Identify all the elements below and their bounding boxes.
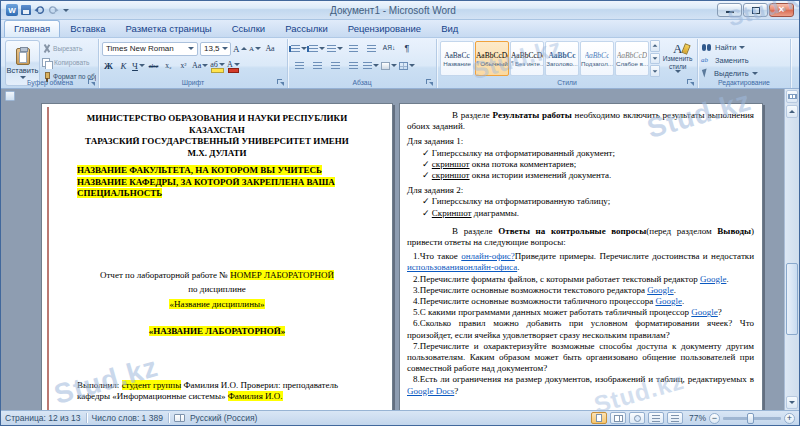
view-draft-button[interactable] bbox=[667, 412, 683, 424]
style-item-Слабое в...[interactable]: АаВbСсDСлабое в... bbox=[615, 41, 649, 76]
tab-Разметка страницы[interactable]: Разметка страницы bbox=[115, 20, 221, 37]
language-indicator[interactable]: Русский (Россия) bbox=[190, 413, 257, 423]
show-marks-button[interactable]: ¶ bbox=[399, 42, 415, 56]
close-button[interactable]: × bbox=[769, 3, 794, 17]
quick-access-toolbar bbox=[1, 4, 69, 16]
vertical-scrollbar[interactable] bbox=[784, 89, 799, 410]
scrollbar-thumb[interactable] bbox=[786, 263, 798, 335]
maximize-button[interactable] bbox=[743, 3, 768, 17]
borders-button[interactable] bbox=[399, 59, 415, 73]
subscript-button[interactable]: x₂ bbox=[162, 59, 175, 73]
dialog-launcher-icon[interactable] bbox=[426, 79, 434, 87]
italic-button[interactable]: К bbox=[117, 59, 130, 73]
shading-icon bbox=[381, 62, 390, 70]
dialog-launcher-icon[interactable] bbox=[277, 79, 285, 87]
style-item-Обычный[interactable]: АаВbСсDс¶Обычный bbox=[475, 41, 509, 76]
scrollbar-track[interactable] bbox=[786, 119, 798, 395]
tab-Рецензирование[interactable]: Рецензирование bbox=[338, 20, 431, 37]
style-item-Название[interactable]: АаВвСсНазвание bbox=[440, 41, 474, 76]
style-item-Подзагол...[interactable]: АаВbСсПодзагол... bbox=[580, 41, 614, 76]
sort-button[interactable]: АЯ↓ bbox=[381, 42, 397, 56]
grow-font-button[interactable]: А bbox=[233, 42, 247, 56]
minimize-button[interactable] bbox=[717, 3, 742, 17]
redo-icon[interactable] bbox=[48, 5, 59, 15]
bullets-button[interactable] bbox=[291, 42, 307, 56]
ruler-icon bbox=[788, 94, 797, 99]
gallery-more-button[interactable] bbox=[650, 65, 660, 77]
zoom-slider-thumb[interactable] bbox=[747, 413, 754, 424]
decrease-indent-button[interactable] bbox=[345, 42, 361, 56]
chevron-down-icon bbox=[234, 63, 240, 66]
zoom-in-button[interactable]: + bbox=[784, 413, 795, 424]
scroll-down-button[interactable] bbox=[786, 396, 798, 409]
line-spacing-button[interactable] bbox=[363, 59, 379, 73]
word-logo-icon[interactable] bbox=[6, 4, 18, 16]
style-item-Без инте...[interactable]: АаВbСсDс¶Без инте... bbox=[510, 41, 544, 76]
justify-button[interactable] bbox=[345, 59, 361, 73]
undo-icon[interactable] bbox=[34, 5, 45, 15]
bold-button[interactable]: Ж bbox=[102, 59, 115, 73]
dialog-launcher-icon[interactable] bbox=[687, 79, 695, 87]
tab-Рассылки[interactable]: Рассылки bbox=[275, 20, 338, 37]
doc-paragraph: 1.Что такое онлайн-офис?Приведите пример… bbox=[407, 251, 754, 273]
increase-indent-button[interactable] bbox=[363, 42, 379, 56]
chevron-up-icon bbox=[241, 47, 247, 50]
copy-button[interactable]: Копировать bbox=[42, 56, 96, 69]
text-highlight-button[interactable]: аб bbox=[210, 59, 225, 73]
align-left-button[interactable] bbox=[291, 59, 307, 73]
chevron-down-icon bbox=[319, 47, 325, 50]
view-web-layout-button[interactable] bbox=[629, 412, 645, 424]
page-left[interactable]: МИНИСТЕРСТВО ОБРАЗОВАНИЯ И НАУКИ РЕСПУБЛ… bbox=[41, 103, 393, 410]
tab-Главная[interactable]: Главная bbox=[4, 20, 60, 37]
numbering-button[interactable] bbox=[309, 42, 325, 56]
view-print-layout-button[interactable] bbox=[591, 412, 607, 424]
align-left-icon bbox=[295, 62, 304, 70]
zoom-out-button[interactable]: − bbox=[709, 413, 720, 424]
zoom-slider[interactable] bbox=[723, 417, 781, 420]
dialog-launcher-icon[interactable] bbox=[88, 79, 96, 87]
zoom-level[interactable]: 77% bbox=[686, 413, 706, 423]
replace-button[interactable]: Заменить bbox=[701, 54, 788, 66]
doc-paragraph: 4.Перечислите основные возможности табли… bbox=[407, 296, 754, 307]
style-item-Заголово...[interactable]: АаВbСсЗаголово... bbox=[545, 41, 579, 76]
view-outline-button[interactable] bbox=[648, 412, 664, 424]
tab-Вставка[interactable]: Вставка bbox=[60, 20, 115, 37]
scroll-up-button[interactable] bbox=[786, 105, 798, 118]
font-color-button[interactable]: А bbox=[227, 59, 240, 73]
tab-Ссылки[interactable]: Ссылки bbox=[222, 20, 275, 37]
change-case-button[interactable]: Аа bbox=[192, 59, 208, 73]
underline-button[interactable]: Ч bbox=[132, 59, 145, 73]
small-page-icon[interactable] bbox=[5, 91, 15, 101]
cut-button[interactable]: Вырезать bbox=[42, 42, 96, 55]
page-right[interactable]: В разделе Результаты работы необходимо в… bbox=[399, 103, 763, 410]
shading-button[interactable] bbox=[381, 59, 397, 73]
change-styles-button[interactable]: А Изменить стили bbox=[660, 40, 695, 77]
font-size-select[interactable]: 13,5 bbox=[200, 42, 231, 56]
chevron-down-icon bbox=[391, 64, 397, 67]
page-left-content: МИНИСТЕРСТВО ОБРАЗОВАНИЯ И НАУКИ РЕСПУБЛ… bbox=[42, 104, 392, 410]
gallery-scroll-down-button[interactable] bbox=[650, 53, 660, 65]
word-count[interactable]: Число слов: 1 389 bbox=[92, 413, 163, 423]
view-fullscreen-button[interactable] bbox=[610, 412, 626, 424]
doc-paragraph: ✓ Скриншот диаграммы. bbox=[422, 208, 754, 219]
strikethrough-button[interactable]: abc bbox=[147, 59, 160, 73]
save-icon[interactable] bbox=[21, 5, 31, 15]
doc-paragraph: 5.С какими программами данных может рабо… bbox=[407, 307, 754, 318]
align-right-button[interactable] bbox=[327, 59, 343, 73]
doc-paragraph: ✓ Гиперссылку на отформатированную табли… bbox=[422, 196, 754, 207]
superscript-button[interactable]: x² bbox=[177, 59, 190, 73]
multilevel-list-button[interactable] bbox=[327, 42, 343, 56]
chevron-down-icon bbox=[653, 57, 658, 59]
gallery-scroll-up-button[interactable] bbox=[650, 40, 660, 52]
shrink-font-button[interactable]: А bbox=[249, 42, 262, 56]
ruler-toggle-button[interactable] bbox=[786, 90, 798, 103]
tab-Вид[interactable]: Вид bbox=[431, 20, 468, 37]
font-name-select[interactable]: Times New Roman bbox=[102, 42, 198, 56]
clear-formatting-button[interactable]: Аа bbox=[264, 42, 277, 56]
page-indicator[interactable]: Страница: 12 из 13 bbox=[5, 413, 81, 423]
align-center-button[interactable] bbox=[309, 59, 325, 73]
proofing-icon[interactable] bbox=[174, 414, 185, 422]
review-change-bar bbox=[47, 107, 49, 410]
find-button[interactable]: Найти bbox=[701, 41, 788, 53]
group-label-editing: Редактирование bbox=[698, 78, 790, 88]
